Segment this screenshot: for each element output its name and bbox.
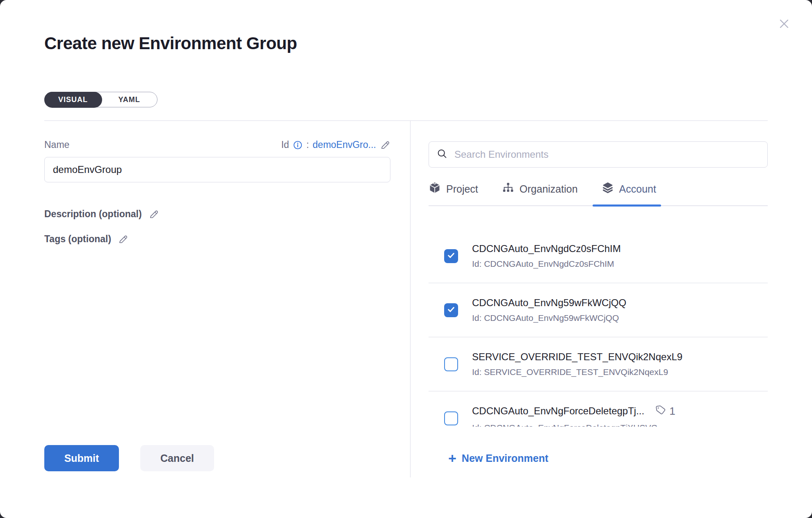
tab-project[interactable]: Project xyxy=(429,182,478,205)
env-texts: CDCNGAuto_EnvNgdCz0sFChIM Id: CDCNGAuto_… xyxy=(472,243,621,269)
close-button[interactable] xyxy=(775,16,793,34)
create-environment-group-modal: Create new Environment Group VISUAL YAML… xyxy=(0,0,812,518)
env-texts: CDCNGAuto_EnvNgForceDeletegpTj... 1 Id: … xyxy=(472,404,675,427)
name-id-row: Name Id : demoEnvGro... xyxy=(44,139,390,150)
scope-tabs: Project Organization Account xyxy=(429,182,768,206)
layers-icon xyxy=(602,182,614,196)
close-icon xyxy=(777,17,791,32)
org-chart-icon xyxy=(502,182,514,196)
env-id: Id: SERVICE_OVERRIDE_TEST_ENVQik2NqexL9 xyxy=(472,367,682,377)
env-checkbox-checked[interactable] xyxy=(444,249,458,263)
tab-project-label: Project xyxy=(446,183,478,195)
search-box xyxy=(429,141,768,168)
tab-organization-label: Organization xyxy=(520,183,578,195)
env-checkbox-unchecked[interactable] xyxy=(444,357,458,371)
name-input[interactable] xyxy=(44,157,390,182)
footer-actions: Submit Cancel xyxy=(44,445,214,471)
environment-row[interactable]: CDCNGAuto_EnvNgForceDeletegpTj... 1 Id: … xyxy=(429,391,768,427)
name-label: Name xyxy=(44,139,69,150)
submit-button[interactable]: Submit xyxy=(44,445,119,471)
active-tab-underline xyxy=(593,204,661,207)
cube-icon xyxy=(429,182,441,196)
header-divider xyxy=(44,120,768,121)
env-id: Id: CDCNGAuto_EnvNgForceDeletegpTjXHSVC xyxy=(472,423,675,427)
edit-id-pencil-icon[interactable] xyxy=(380,140,390,150)
id-group: Id : demoEnvGro... xyxy=(281,139,390,150)
env-checkbox-checked[interactable] xyxy=(444,303,458,317)
edit-description-pencil-icon[interactable] xyxy=(148,209,159,220)
environment-row[interactable]: CDCNGAuto_EnvNgdCz0sFChIM Id: CDCNGAuto_… xyxy=(429,229,768,283)
tags-label: Tags (optional) xyxy=(44,234,111,245)
tags-row: Tags (optional) xyxy=(44,234,390,245)
env-id: Id: CDCNGAuto_EnvNg59wFkWCjQQ xyxy=(472,313,626,323)
tag-count: 1 xyxy=(669,405,675,418)
id-label: Id xyxy=(281,139,289,150)
plus-icon: + xyxy=(448,451,456,465)
edit-tags-pencil-icon[interactable] xyxy=(118,234,128,245)
toggle-visual[interactable]: VISUAL xyxy=(44,92,102,108)
env-name: CDCNGAuto_EnvNg59wFkWCjQQ xyxy=(472,297,626,309)
new-environment-button[interactable]: + New Environment xyxy=(448,451,548,465)
tab-organization[interactable]: Organization xyxy=(502,182,578,205)
cancel-button[interactable]: Cancel xyxy=(140,445,214,471)
env-name: SERVICE_OVERRIDE_TEST_ENVQik2NqexL9 xyxy=(472,351,682,363)
environment-row[interactable]: CDCNGAuto_EnvNg59wFkWCjQQ Id: CDCNGAuto_… xyxy=(429,283,768,337)
env-checkbox-unchecked[interactable] xyxy=(444,411,458,425)
check-icon xyxy=(447,251,456,261)
env-texts: CDCNGAuto_EnvNg59wFkWCjQQ Id: CDCNGAuto_… xyxy=(472,297,626,323)
tag-count-badge: 1 xyxy=(655,404,675,418)
check-icon xyxy=(447,305,456,316)
tag-icon xyxy=(655,404,666,418)
description-label: Description (optional) xyxy=(44,209,142,220)
environments-panel: Project Organization Account xyxy=(429,141,768,465)
env-id: Id: CDCNGAuto_EnvNgdCz0sFChIM xyxy=(472,259,621,269)
page-title: Create new Environment Group xyxy=(44,34,297,53)
tab-account[interactable]: Account xyxy=(602,182,656,205)
env-name: CDCNGAuto_EnvNgForceDeletegpTj... xyxy=(472,405,644,417)
toggle-yaml[interactable]: YAML xyxy=(101,92,157,107)
columns-divider xyxy=(410,121,411,477)
search-input[interactable] xyxy=(454,149,760,160)
env-texts: SERVICE_OVERRIDE_TEST_ENVQik2NqexL9 Id: … xyxy=(472,351,682,377)
form-column: Name Id : demoEnvGro... Description (opt… xyxy=(44,139,390,245)
id-colon: : xyxy=(306,139,309,150)
id-value-link[interactable]: demoEnvGro... xyxy=(312,139,376,150)
new-environment-label: New Environment xyxy=(462,452,548,464)
search-icon xyxy=(436,148,448,161)
description-row: Description (optional) xyxy=(44,209,390,220)
info-icon[interactable] xyxy=(293,140,303,150)
env-name: CDCNGAuto_EnvNgdCz0sFChIM xyxy=(472,243,621,254)
environment-list: CDCNGAuto_EnvNgdCz0sFChIM Id: CDCNGAuto_… xyxy=(429,206,768,427)
tab-account-label: Account xyxy=(619,183,656,195)
visual-yaml-toggle: VISUAL YAML xyxy=(44,92,157,107)
environment-row[interactable]: SERVICE_OVERRIDE_TEST_ENVQik2NqexL9 Id: … xyxy=(429,337,768,391)
